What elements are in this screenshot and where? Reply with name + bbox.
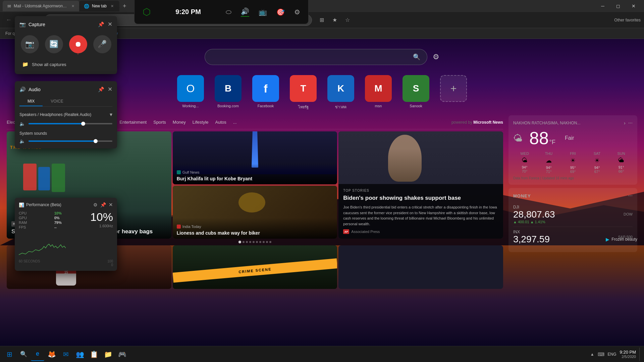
- nav-sports[interactable]: Sports: [153, 118, 166, 126]
- capture-icon: 📷: [19, 21, 26, 27]
- news-card-placeholder3[interactable]: [338, 245, 503, 289]
- new-tab-button[interactable]: +: [119, 1, 130, 11]
- taskbar-xbox[interactable]: 🎮: [115, 348, 129, 361]
- biden-body: Joe Biden's third presidential bid enter…: [343, 204, 498, 227]
- nav-money[interactable]: Money: [173, 118, 186, 126]
- captures-folder-icon: 📁: [22, 61, 29, 67]
- web-search-box[interactable]: 🔍: [205, 49, 427, 65]
- taskbar-firefox[interactable]: 🦊: [45, 348, 58, 361]
- delayed-screenshot-button[interactable]: 🔄: [45, 35, 63, 53]
- taskbar-teams[interactable]: 👥: [73, 348, 87, 361]
- window-controls: ─ ◻ ✕: [595, 1, 641, 11]
- money-title[interactable]: MONEY: [513, 193, 531, 198]
- dial-item-khaosod[interactable]: K ข่าวสด: [325, 75, 357, 110]
- xbox-audio-icon[interactable]: 🔊: [241, 7, 249, 17]
- money-more-icon[interactable]: ···: [628, 193, 633, 199]
- page-settings-icon[interactable]: ⚙: [433, 53, 439, 61]
- forecast-thu: THU ☁ 94° 71°: [537, 152, 560, 174]
- systray-caret-icon[interactable]: ▲: [590, 352, 594, 357]
- collections-button[interactable]: ★: [329, 15, 340, 25]
- biden-article-overlay: TOP STORIES Biden's poor showing shakes …: [338, 184, 503, 239]
- weather-condition: Fair: [565, 135, 574, 141]
- perf-close-icon[interactable]: ✕: [109, 202, 113, 208]
- xbox-capture-icon[interactable]: ⬭: [226, 8, 231, 16]
- perf-footer: 60 SECONDS 100 0: [19, 259, 113, 267]
- weather-arrow-icon[interactable]: ›: [624, 120, 626, 126]
- dial-item-sanook[interactable]: S Sanook: [400, 75, 432, 110]
- dial-item-add[interactable]: +: [437, 75, 470, 110]
- audio-tab-voice[interactable]: VOICE: [43, 97, 71, 106]
- news-card-lioness[interactable]: India Today Lioness and cubs make way fo…: [173, 186, 337, 239]
- back-button[interactable]: ←: [3, 15, 14, 25]
- dial-item-msn[interactable]: M msn: [362, 75, 394, 110]
- volume-slider[interactable]: [29, 123, 112, 124]
- audio-tab-mix[interactable]: MIX: [19, 97, 43, 106]
- audio-pin-icon[interactable]: 📌: [98, 86, 104, 93]
- nav-more[interactable]: ...: [233, 118, 237, 126]
- forecast-wed: WED 🌤 94° 70°: [513, 152, 536, 174]
- taskbar-mail[interactable]: ✉: [59, 348, 72, 361]
- min-val: 0: [111, 263, 113, 267]
- tab-search-button[interactable]: ⊞: [317, 15, 327, 25]
- dial-item-thairath[interactable]: T ไทยรัฐ: [287, 75, 319, 110]
- dial-item-outlook[interactable]: O Working...: [174, 75, 207, 110]
- tab-newtab-close[interactable]: ✕: [111, 4, 114, 8]
- systray-lang[interactable]: ENG: [608, 352, 616, 357]
- nav-lifestyle[interactable]: Lifestyle: [193, 118, 209, 126]
- xbox-logo-icon: ⬡: [143, 6, 151, 17]
- screenshot-button[interactable]: 📷: [21, 35, 39, 53]
- forecast-sat-lo: 67°: [586, 170, 608, 174]
- start-button[interactable]: ⊞: [3, 348, 16, 361]
- show-captures-row[interactable]: 📁 Show all captures: [19, 59, 112, 69]
- weather-location[interactable]: NAKHON RATCHASIMA, NAKHON...: [513, 121, 580, 125]
- systray-keyboard-icon[interactable]: ⌨: [598, 352, 604, 357]
- show-desktop-button[interactable]: [639, 348, 641, 361]
- xbox-settings-icon[interactable]: ⚙: [294, 8, 300, 16]
- audio-title: Audio: [29, 87, 41, 92]
- xbox-party-icon[interactable]: 🎯: [276, 8, 285, 16]
- news-card-burj[interactable]: Gulf News Burj Khalifa lit up for Kobe B…: [173, 131, 337, 184]
- search-area: 🔍 ⚙: [205, 49, 439, 65]
- money-widget: MONEY ··· DJI 28,807.63 ▲ 400.01 ▲ 1.41%…: [508, 188, 637, 252]
- taskbar-edge[interactable]: e: [31, 348, 44, 361]
- perf-title: Performance (Beta): [26, 202, 61, 207]
- favorites-button[interactable]: ☆: [342, 15, 353, 25]
- nav-entertainment[interactable]: Entertainment: [119, 118, 147, 126]
- tab-newtab[interactable]: 🌐 New tab ✕: [79, 1, 119, 11]
- tray-date: 2/5/2020: [620, 355, 636, 359]
- ram-value: 79%: [54, 221, 86, 225]
- taskbar-onenote[interactable]: 📋: [87, 348, 101, 361]
- minimize-button[interactable]: ─: [595, 1, 610, 11]
- audio-icon: 🔊: [19, 86, 26, 93]
- taskbar-search[interactable]: 🔍: [17, 348, 30, 361]
- stock-dji-name: DJI: [513, 205, 555, 209]
- perf-pin-icon[interactable]: 📌: [100, 202, 106, 207]
- systray-clock[interactable]: 9:20 PM 2/5/2020: [620, 350, 636, 359]
- audio-close-icon[interactable]: ✕: [108, 86, 112, 93]
- time-range-label: 60 SECONDS: [19, 259, 40, 267]
- perf-settings-icon[interactable]: ⚙: [93, 202, 98, 207]
- tab-mail[interactable]: ✉ Mail - Udomsak Agsornwong - ... ✕: [3, 1, 79, 11]
- tab-mail-close[interactable]: ✕: [71, 4, 74, 8]
- system-volume-slider[interactable]: [29, 140, 112, 142]
- stock-inx-value: 3,297.59: [513, 234, 550, 245]
- news-title-burj: Burj Khalifa lit up for Kobe Bryant: [177, 176, 333, 182]
- xbox-broadcast-icon[interactable]: 📺: [259, 8, 267, 16]
- freq-text: 1.600Hz: [86, 224, 113, 228]
- nav-autos[interactable]: Autos: [215, 118, 226, 126]
- news-card-biden[interactable]: TOP STORIES Biden's poor showing shakes …: [338, 131, 503, 239]
- restore-button[interactable]: ◻: [610, 1, 626, 11]
- dial-item-booking[interactable]: B Booking.com: [212, 75, 244, 110]
- record-audio-button[interactable]: 🎤: [93, 35, 111, 53]
- xbox-controls: ⬭ 🔊 📺 🎯 ⚙: [226, 7, 300, 17]
- taskbar-fileexplorer[interactable]: 📁: [101, 348, 115, 361]
- stock-row-dji: DJI 28,807.63 ▲ 400.01 ▲ 1.41% DOW: [513, 202, 633, 227]
- capture-pin-icon[interactable]: 📌: [98, 21, 104, 27]
- audio-expand-icon[interactable]: ▾: [110, 111, 112, 118]
- capture-title: Capture: [29, 22, 45, 27]
- weather-more-icon[interactable]: ···: [628, 120, 633, 126]
- dial-item-facebook[interactable]: f Facebook: [250, 75, 282, 110]
- news-card-crime[interactable]: CRIME SCENE: [173, 245, 337, 289]
- close-button[interactable]: ✕: [626, 1, 641, 11]
- capture-close-icon[interactable]: ✕: [108, 21, 112, 28]
